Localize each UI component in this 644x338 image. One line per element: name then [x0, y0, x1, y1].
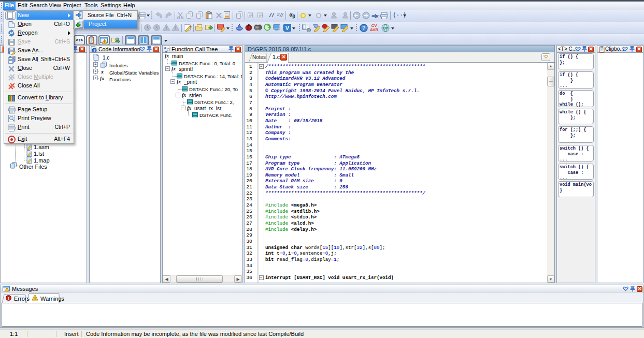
svg-text:UP: UP [383, 26, 388, 30]
svg-text:!: ! [34, 296, 36, 301]
svg-text:!: ! [175, 25, 177, 31]
svg-text:i: i [94, 49, 95, 52]
svg-text:!: ! [8, 296, 9, 301]
svg-text:V: V [285, 25, 290, 31]
svg-text:?: ? [362, 25, 365, 31]
svg-text:x: x [376, 13, 379, 19]
svg-text:!: ! [104, 40, 105, 43]
svg-text:!: ! [166, 25, 167, 31]
svg-text:(ƒ): (ƒ) [169, 46, 170, 49]
